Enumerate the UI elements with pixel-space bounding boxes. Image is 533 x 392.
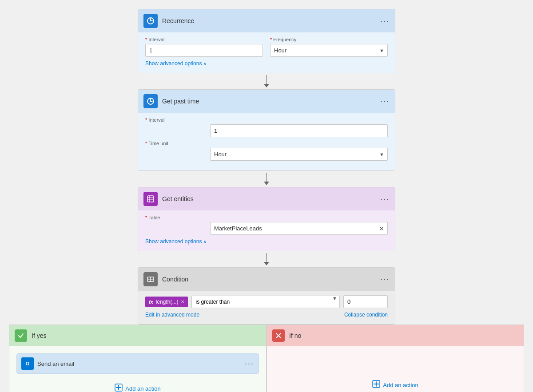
condition-tag[interactable]: fx length(...) ✕ (145, 297, 188, 307)
get-past-time-icon (143, 94, 158, 108)
arrow-head-3 (264, 262, 269, 265)
entities-advanced-chevron-icon: ∨ (203, 239, 207, 244)
get-entities-menu[interactable]: ··· (380, 195, 390, 203)
condition-card: Condition ··· fx length(...) ✕ is greate… (138, 267, 395, 325)
gpt-timeunit-select-wrapper: Hour ▼ (210, 148, 388, 161)
svg-rect-2 (147, 196, 154, 202)
table-input[interactable] (210, 222, 388, 235)
if-yes-add-action[interactable]: Add an action (16, 379, 259, 392)
get-past-time-menu[interactable]: ··· (380, 97, 390, 105)
branches-container: If yes O Send an email ··· (9, 325, 524, 392)
flow-container: Recurrence ··· * Interval * Frequency (9, 9, 524, 392)
recurrence-menu[interactable]: ··· (380, 17, 390, 25)
recurrence-body: * Interval * Frequency Hour ▼ (138, 32, 395, 73)
arrow-2 (264, 171, 269, 187)
condition-menu[interactable]: ··· (380, 275, 390, 283)
outlook-icon: O (21, 357, 34, 370)
get-past-form-row-1: * Interval (145, 117, 388, 137)
get-entities-card: Get entities ··· * Table ✕ (138, 187, 395, 251)
gpt-interval-input[interactable] (210, 124, 388, 137)
get-entities-body: * Table ✕ Show advanced options ∨ (138, 210, 395, 251)
if-no-add-action-icon (372, 380, 380, 390)
gpt-interval-input-group (210, 117, 388, 137)
edit-advanced-link[interactable]: Edit in advanced mode (145, 312, 199, 318)
condition-title: Condition (162, 276, 376, 283)
recurrence-form-row: * Interval * Frequency Hour ▼ (145, 37, 388, 57)
arrow-line-1 (266, 75, 267, 84)
entities-show-advanced[interactable]: Show advanced options ∨ (145, 238, 388, 245)
frequency-select[interactable]: Hour (270, 44, 388, 57)
if-yes-add-action-icon (115, 384, 123, 392)
get-past-time-header: Get past time ··· (138, 90, 395, 113)
gpt-interval-group: * Interval (145, 117, 203, 137)
gpt-timeunit-select[interactable]: Hour (210, 148, 388, 161)
condition-value-input[interactable] (343, 295, 388, 308)
gpt-timeunit-select-group: Hour ▼ (210, 141, 388, 161)
arrow-head-2 (264, 182, 269, 185)
send-email-header: O Send an email ··· (17, 354, 259, 373)
get-entities-title: Get entities (162, 195, 376, 202)
advanced-chevron-icon: ∨ (203, 61, 207, 66)
condition-tag-close-icon[interactable]: ✕ (181, 299, 184, 304)
arrow-1 (264, 73, 269, 89)
get-past-time-card: Get past time ··· * Interval (138, 89, 395, 171)
frequency-select-wrapper: Hour ▼ (270, 44, 388, 57)
arrow-line-3 (266, 253, 267, 262)
frequency-group: * Frequency Hour ▼ (270, 37, 388, 57)
condition-body: fx length(...) ✕ is greater than ▼ Edit … (138, 291, 395, 324)
if-yes-header: If yes (9, 325, 266, 346)
recurrence-header: Recurrence ··· (138, 9, 395, 32)
get-entities-icon (143, 192, 158, 206)
send-email-menu[interactable]: ··· (245, 360, 254, 368)
table-clear-icon[interactable]: ✕ (379, 225, 384, 232)
collapse-condition-link[interactable]: Collapse condition (344, 312, 388, 318)
condition-header: Condition ··· (138, 268, 395, 291)
if-no-body: Add an action (267, 346, 524, 392)
gpt-timeunit-group: * Time unit (145, 141, 203, 161)
recurrence-show-advanced[interactable]: Show advanced options ∨ (145, 60, 388, 67)
gpt-interval-label: * Interval (145, 117, 203, 123)
recurrence-card: Recurrence ··· * Interval * Frequency (138, 9, 395, 73)
get-entities-header: Get entities ··· (138, 187, 395, 210)
if-no-title: If no (289, 332, 518, 339)
if-yes-icon (15, 329, 27, 342)
send-email-card: O Send an email ··· (16, 353, 259, 374)
arrow-3 (264, 251, 269, 267)
condition-footer: Edit in advanced mode Collapse condition (145, 312, 388, 318)
table-label: * Table (145, 215, 203, 220)
condition-operator-select[interactable]: is greater than (191, 296, 340, 308)
if-yes-branch: If yes O Send an email ··· (9, 325, 266, 392)
condition-row: fx length(...) ✕ is greater than ▼ (145, 295, 388, 308)
interval-group: * Interval (145, 37, 263, 57)
interval-label: * Interval (145, 37, 263, 42)
table-label-group: * Table (145, 215, 203, 235)
send-email-title: Send an email (37, 360, 241, 367)
fx-icon: fx (149, 299, 153, 305)
if-yes-body: O Send an email ··· Ad (9, 346, 266, 392)
interval-input[interactable] (145, 44, 263, 57)
arrow-line-2 (266, 173, 267, 182)
if-no-header: If no (267, 325, 524, 346)
recurrence-title: Recurrence (162, 17, 376, 24)
frequency-label: * Frequency (270, 37, 388, 42)
recurrence-icon (143, 14, 158, 28)
get-past-time-body: * Interval * Time unit (138, 113, 395, 170)
entities-form-row: * Table ✕ (145, 215, 388, 235)
if-yes-title: If yes (32, 332, 261, 339)
if-no-icon (272, 329, 285, 342)
table-input-group: ✕ (210, 215, 388, 235)
condition-icon (143, 272, 158, 286)
if-no-add-action[interactable]: Add an action (274, 376, 517, 392)
condition-operator-wrapper: is greater than ▼ (191, 296, 340, 308)
arrow-head-1 (264, 84, 269, 87)
get-past-time-title: Get past time (162, 98, 376, 105)
if-no-branch: If no Add an action (266, 325, 524, 392)
table-input-wrapper: ✕ (210, 222, 388, 235)
get-past-form-row-2: * Time unit Hour ▼ (145, 141, 388, 161)
gpt-timeunit-label: * Time unit (145, 141, 203, 146)
